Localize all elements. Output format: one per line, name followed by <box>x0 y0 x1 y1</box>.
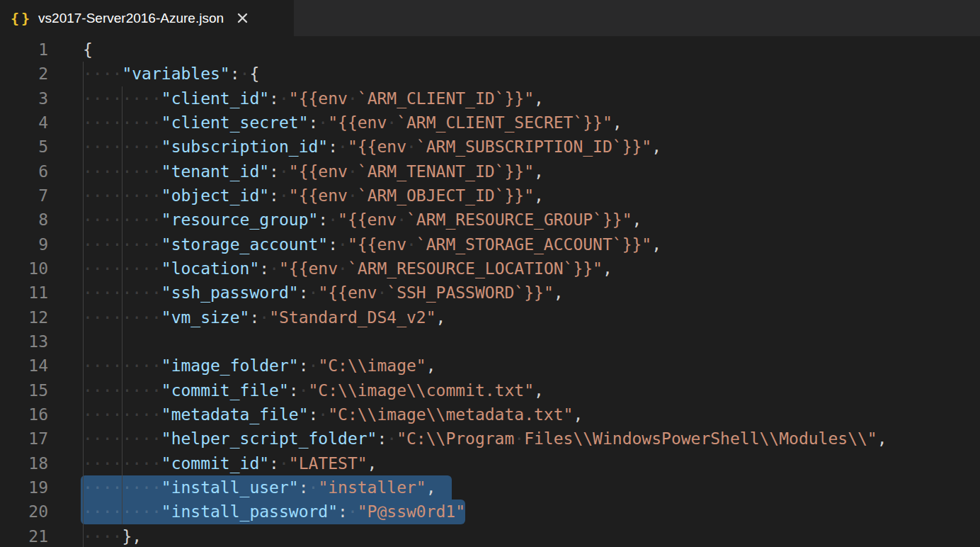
line-content[interactable]: ········"vm_size":·"Standard_DS4_v2", <box>83 305 445 329</box>
json-string: "{{env·`ARM_TENANT_ID`}}" <box>289 162 534 181</box>
json-punctuation: , <box>632 210 642 229</box>
line-content[interactable]: ········"resource_group":·"{{env·`ARM_RE… <box>83 208 642 232</box>
code-line-1[interactable]: 1{ <box>0 38 980 62</box>
json-punctuation: , <box>573 405 583 424</box>
line-content[interactable]: ········"install_user":·"installer", <box>83 475 452 500</box>
tab-close-icon[interactable] <box>234 11 250 26</box>
line-content[interactable]: { <box>83 38 93 62</box>
line-content[interactable]: ········"helper_script_folder":·"C:\\Pro… <box>83 427 887 451</box>
line-number[interactable]: 13 <box>0 329 48 354</box>
line-content[interactable]: ········"location":·"{{env·`ARM_RESOURCE… <box>83 256 612 281</box>
whitespace-dots: · <box>338 235 348 254</box>
line-number[interactable]: 15 <box>0 378 48 402</box>
code-line-16[interactable]: 16········"metadata_file":·"C:\\image\\m… <box>0 402 980 427</box>
json-punctuation: , <box>368 454 377 473</box>
code-line-9[interactable]: 9········"storage_account":·"{{env·`ARM_… <box>0 232 980 256</box>
line-number[interactable]: 1 <box>0 38 48 62</box>
line-number[interactable]: 7 <box>0 184 48 208</box>
line-content[interactable]: ········"image_folder":·"C:\\image", <box>83 354 436 378</box>
line-content[interactable]: ········"metadata_file":·"C:\\image\\met… <box>83 402 583 427</box>
json-file-icon: {} <box>11 10 32 27</box>
json-punctuation: :· <box>269 454 289 473</box>
line-number[interactable]: 11 <box>0 281 48 305</box>
code-line-4[interactable]: 4········"client_secret":·"{{env·`ARM_CL… <box>0 111 980 135</box>
indent-guide <box>122 305 122 329</box>
line-number[interactable]: 12 <box>0 305 48 329</box>
indent-guide <box>122 256 122 281</box>
code-line-6[interactable]: 6········"tenant_id":·"{{env·`ARM_TENANT… <box>0 159 980 184</box>
whitespace-dots: · <box>318 113 328 132</box>
whitespace-dots: · <box>318 405 328 424</box>
code-line-2[interactable]: 2····"variables":·{ <box>0 62 980 86</box>
line-content[interactable]: ········"client_id":·"{{env·`ARM_CLIENT_… <box>83 86 544 111</box>
line-content[interactable]: ········"client_secret":·"{{env·`ARM_CLI… <box>83 111 622 135</box>
line-number[interactable]: 8 <box>0 208 48 232</box>
code-line-15[interactable]: 15········"commit_file":·"C:\\image\\com… <box>0 378 980 402</box>
whitespace-dots: · <box>259 308 269 327</box>
indent-guide <box>83 354 84 378</box>
code-line-21[interactable]: 21····}, <box>0 524 980 547</box>
line-number[interactable]: 10 <box>0 256 48 281</box>
code-line-13[interactable]: 13 <box>0 329 980 354</box>
line-number[interactable]: 19 <box>0 475 48 500</box>
line-number[interactable]: 21 <box>0 524 48 547</box>
indent-guide <box>83 305 84 329</box>
json-string: "C:\\Program·Files\\WindowsPowerShell\\M… <box>397 429 877 448</box>
json-key: "install_user" <box>161 478 299 497</box>
code-line-20[interactable]: 20········"install_password":·"P@ssw0rd1… <box>0 500 980 524</box>
line-content[interactable]: ········"commit_file":·"C:\\image\\commi… <box>83 378 544 402</box>
json-key: "subscription_id" <box>161 137 328 156</box>
whitespace-dots: · <box>348 502 358 521</box>
indent-guide <box>122 135 122 159</box>
line-number[interactable]: 14 <box>0 354 48 378</box>
json-key: "tenant_id" <box>161 162 269 181</box>
line-content[interactable]: ········"install_password":·"P@ssw0rd1" <box>83 500 465 524</box>
line-content[interactable]: ········"subscription_id":·"{{env·`ARM_S… <box>83 135 661 159</box>
whitespace-dots: · <box>406 137 416 156</box>
indent-guide <box>122 86 122 111</box>
line-number[interactable]: 16 <box>0 402 48 427</box>
line-number[interactable]: 17 <box>0 427 48 451</box>
code-editor[interactable]: 1{2····"variables":·{3········"client_id… <box>0 36 980 547</box>
line-number[interactable]: 5 <box>0 135 48 159</box>
line-number[interactable]: 20 <box>0 500 48 524</box>
json-string: "P@ssw0rd1" <box>358 502 465 521</box>
code-line-18[interactable]: 18········"commit_id":·"LATEST", <box>0 451 980 475</box>
code-line-11[interactable]: 11········"ssh_password":·"{{env·`SSH_PA… <box>0 281 980 305</box>
code-line-7[interactable]: 7········"object_id":·"{{env·`ARM_OBJECT… <box>0 184 980 208</box>
indent-guide <box>83 402 84 427</box>
code-line-12[interactable]: 12········"vm_size":·"Standard_DS4_v2", <box>0 305 980 329</box>
tab-active-file[interactable]: {} vs2017-Server2016-Azure.json <box>0 0 294 36</box>
line-content[interactable]: ········"ssh_password":·"{{env·`SSH_PASS… <box>83 281 564 305</box>
line-number[interactable]: 3 <box>0 86 48 111</box>
line-content[interactable]: ········"commit_id":·"LATEST", <box>83 451 377 475</box>
code-line-8[interactable]: 8········"resource_group":·"{{env·`ARM_R… <box>0 208 980 232</box>
json-punctuation: , <box>534 186 544 205</box>
whitespace-dots: · <box>348 89 358 108</box>
line-number[interactable]: 18 <box>0 451 48 475</box>
line-number[interactable]: 2 <box>0 62 48 86</box>
json-punctuation: :· <box>299 478 319 497</box>
indent-guide <box>83 256 84 281</box>
line-content[interactable]: ····}, <box>83 524 142 547</box>
indent-guide <box>83 159 84 184</box>
code-line-5[interactable]: 5········"subscription_id":·"{{env·`ARM_… <box>0 135 980 159</box>
code-line-17[interactable]: 17········"helper_script_folder":·"C:\\P… <box>0 427 980 451</box>
json-key: "commit_file" <box>161 381 289 400</box>
code-line-14[interactable]: 14········"image_folder":·"C:\\image", <box>0 354 980 378</box>
code-line-19[interactable]: 19········"install_user":·"installer", <box>0 475 980 500</box>
line-number[interactable]: 4 <box>0 111 48 135</box>
indent-guide <box>83 500 84 524</box>
line-number[interactable]: 6 <box>0 159 48 184</box>
line-content[interactable]: ········"storage_account":·"{{env·`ARM_S… <box>83 232 661 256</box>
json-punctuation: , <box>534 381 544 400</box>
code-line-3[interactable]: 3········"client_id":·"{{env·`ARM_CLIENT… <box>0 86 980 111</box>
line-number[interactable]: 9 <box>0 232 48 256</box>
line-content[interactable]: ········"tenant_id":·"{{env·`ARM_TENANT_… <box>83 159 544 184</box>
code-line-10[interactable]: 10········"location":·"{{env·`ARM_RESOUR… <box>0 256 980 281</box>
json-punctuation: { <box>83 40 93 59</box>
json-key: "ssh_password" <box>161 283 299 302</box>
line-content[interactable]: ····"variables":·{ <box>83 62 259 86</box>
json-punctuation: , <box>612 113 622 132</box>
line-content[interactable]: ········"object_id":·"{{env·`ARM_OBJECT_… <box>83 184 544 208</box>
